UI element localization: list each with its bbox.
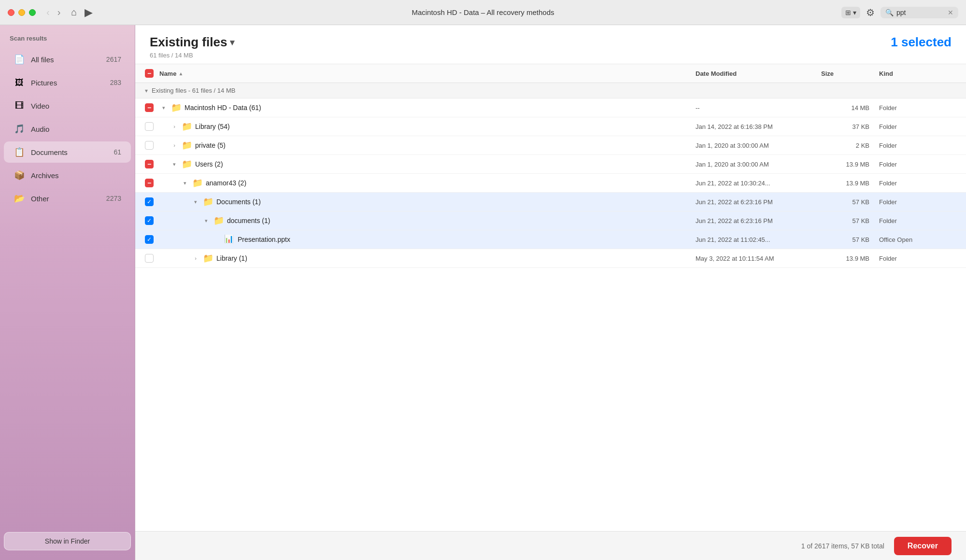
- group-header: ▾ Existing files - 61 files / 14 MB: [135, 83, 966, 98]
- close-button[interactable]: [8, 9, 14, 16]
- recover-button[interactable]: Recover: [894, 537, 952, 555]
- row-checkbox[interactable]: [145, 235, 154, 244]
- expand-button[interactable]: ▾: [191, 197, 200, 206]
- row-name: Presentation.pptx: [238, 236, 696, 243]
- table-row[interactable]: ›📁Library (54)Jan 14, 2022 at 6:16:38 PM…: [135, 117, 966, 136]
- show-in-finder-button[interactable]: Show in Finder: [4, 532, 131, 550]
- expand-button[interactable]: ›: [170, 122, 179, 131]
- row-date: Jan 1, 2020 at 3:00:00 AM: [696, 161, 821, 168]
- filter-button[interactable]: ⚙: [866, 7, 875, 18]
- folder-icon: 📁: [182, 121, 192, 132]
- row-size: 14 MB: [821, 104, 879, 112]
- view-toggle[interactable]: ⊞ ▾: [841, 7, 860, 18]
- folder-special-icon: 📁: [192, 178, 203, 188]
- sidebar-label-other: Other: [31, 195, 106, 203]
- content-title[interactable]: Existing files ▾: [150, 35, 234, 50]
- audio-icon: 🎵: [14, 123, 25, 135]
- row-checkbox-area: [145, 179, 159, 187]
- group-collapse-icon[interactable]: ▾: [145, 87, 148, 94]
- row-checkbox[interactable]: [145, 197, 154, 206]
- row-checkbox-area: [145, 141, 159, 150]
- traffic-lights: [8, 9, 36, 16]
- table-row[interactable]: ›📁private (5)Jan 1, 2020 at 3:00:00 AM2 …: [135, 136, 966, 155]
- table-row[interactable]: ▾📁anamor43 (2)Jun 21, 2022 at 10:30:24..…: [135, 174, 966, 193]
- expand-button[interactable]: ▾: [159, 103, 168, 112]
- file-table: Name ▲ Date Modified Size Kind ▾ Existin…: [135, 64, 966, 531]
- row-name: Library (54): [195, 123, 696, 130]
- row-checkbox[interactable]: [145, 103, 154, 112]
- expand-button[interactable]: ›: [170, 141, 179, 150]
- row-kind: Folder: [879, 255, 956, 262]
- folder-icon: 📁: [171, 102, 182, 113]
- row-checkbox[interactable]: [145, 179, 154, 187]
- header-date-col[interactable]: Date Modified: [696, 70, 821, 77]
- row-size: 13.9 MB: [821, 180, 879, 187]
- row-date: Jun 21, 2022 at 6:23:16 PM: [696, 198, 821, 206]
- sidebar-item-audio[interactable]: 🎵 Audio: [4, 118, 131, 140]
- footer-info: 1 of 2617 items, 57 KB total: [801, 542, 884, 550]
- sidebar-item-documents[interactable]: 📋 Documents 61: [4, 141, 131, 163]
- content-area: Existing files ▾ 61 files / 14 MB 1 sele…: [135, 25, 966, 560]
- header-name-col[interactable]: Name ▲: [159, 70, 696, 77]
- search-input[interactable]: [896, 9, 945, 16]
- row-checkbox-area: [145, 254, 159, 263]
- header-checkbox-col: [145, 69, 159, 78]
- sidebar-item-all-files[interactable]: 📄 All files 2617: [4, 49, 131, 70]
- row-name: documents (1): [227, 217, 696, 224]
- table-row[interactable]: 📊Presentation.pptxJun 21, 2022 at 11:02:…: [135, 230, 966, 249]
- maximize-button[interactable]: [29, 9, 36, 16]
- expand-button[interactable]: [213, 235, 221, 244]
- row-checkbox-area: [145, 122, 159, 131]
- row-checkbox[interactable]: [145, 122, 154, 131]
- row-date: Jun 21, 2022 at 6:23:16 PM: [696, 217, 821, 224]
- sidebar-item-video[interactable]: 🎞 Video: [4, 95, 131, 116]
- expand-button[interactable]: ›: [191, 254, 200, 263]
- home-button[interactable]: ⌂: [71, 7, 77, 18]
- row-checkbox[interactable]: [145, 254, 154, 263]
- ppt-file-icon: 📊: [224, 234, 235, 245]
- title-dropdown-arrow: ▾: [230, 37, 234, 48]
- row-date: Jun 21, 2022 at 10:30:24...: [696, 180, 821, 187]
- sidebar-item-other[interactable]: 📂 Other 2273: [4, 188, 131, 209]
- back-button[interactable]: ‹: [43, 5, 53, 20]
- clear-search-button[interactable]: ✕: [948, 9, 953, 16]
- row-kind: Folder: [879, 123, 956, 130]
- table-row[interactable]: ▾📁Users (2)Jan 1, 2020 at 3:00:00 AM13.9…: [135, 155, 966, 174]
- row-name: anamor43 (2): [206, 179, 696, 187]
- selected-label: 1 selected: [891, 35, 952, 50]
- header-kind-col[interactable]: Kind: [879, 70, 956, 77]
- expand-button[interactable]: ▾: [202, 216, 211, 225]
- grid-icon: ⊞: [845, 9, 851, 16]
- expand-button[interactable]: ▾: [181, 179, 189, 187]
- row-date: Jun 21, 2022 at 11:02:45...: [696, 236, 821, 243]
- forward-button[interactable]: ›: [55, 5, 64, 20]
- scan-button[interactable]: ▶: [85, 6, 93, 19]
- folder-icon: 📁: [203, 253, 213, 264]
- row-kind: Folder: [879, 217, 956, 224]
- row-name: Users (2): [195, 160, 696, 168]
- row-size: 37 KB: [821, 123, 879, 130]
- row-checkbox[interactable]: [145, 216, 154, 225]
- header-checkbox[interactable]: [145, 69, 154, 78]
- table-row[interactable]: ▾📁Documents (1)Jun 21, 2022 at 6:23:16 P…: [135, 193, 966, 211]
- table-row[interactable]: ▾📁Macintosh HD - Data (61)--14 MBFolder: [135, 98, 966, 117]
- row-checkbox-area: [145, 216, 159, 225]
- row-checkbox-area: [145, 160, 159, 168]
- expand-button[interactable]: ▾: [170, 160, 179, 168]
- sidebar: Scan results 📄 All files 2617 🖼 Pictures…: [0, 25, 135, 560]
- table-row[interactable]: ›📁Library (1)May 3, 2022 at 10:11:54 AM1…: [135, 249, 966, 268]
- group-label: Existing files - 61 files / 14 MB: [152, 87, 235, 94]
- minimize-button[interactable]: [18, 9, 25, 16]
- row-checkbox[interactable]: [145, 141, 154, 150]
- sidebar-count-all-files: 2617: [106, 56, 121, 63]
- table-row[interactable]: ▾📁documents (1)Jun 21, 2022 at 6:23:16 P…: [135, 211, 966, 230]
- sidebar-item-archives[interactable]: 📦 Archives: [4, 165, 131, 186]
- row-checkbox[interactable]: [145, 160, 154, 168]
- header-size-col[interactable]: Size: [821, 70, 879, 77]
- sidebar-item-pictures[interactable]: 🖼 Pictures 283: [4, 72, 131, 93]
- row-checkbox-area: [145, 235, 159, 244]
- row-checkbox-area: [145, 197, 159, 206]
- sidebar-label-all-files: All files: [31, 56, 106, 64]
- sidebar-label-pictures: Pictures: [31, 79, 110, 87]
- file-rows-container: ▾📁Macintosh HD - Data (61)--14 MBFolder›…: [135, 98, 966, 268]
